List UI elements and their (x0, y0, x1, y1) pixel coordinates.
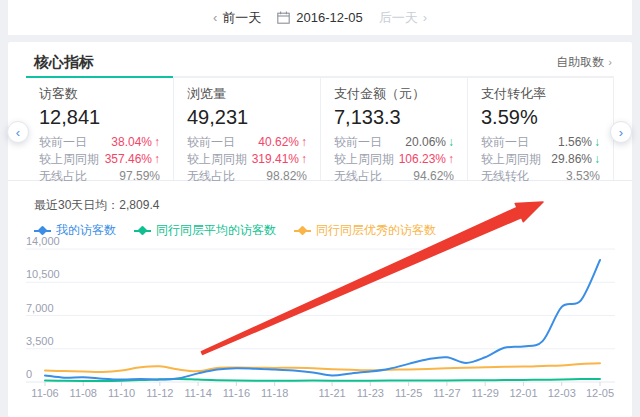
chevron-right-icon: › (423, 11, 427, 24)
compare-row: 较前一日 20.06%↓ (334, 134, 454, 151)
trend-arrow-icon: ↑ (301, 134, 307, 151)
legend-label: 同行同层优秀的访客数 (316, 222, 436, 239)
card-label: 支付金额（元） (334, 86, 454, 102)
legend-item-peer-excellent[interactable]: 同行同层优秀的访客数 (294, 222, 436, 239)
date-picker[interactable]: 2016-12-05 (277, 10, 363, 25)
trend-arrow-icon: ↓ (594, 134, 600, 151)
card-value: 49,231 (187, 105, 307, 129)
calendar-icon (277, 11, 290, 24)
card-label: 浏览量 (187, 86, 307, 102)
legend-label: 同行同层平均的访客数 (156, 222, 276, 239)
carousel-prev-button[interactable]: ‹ (7, 121, 29, 143)
metric-card-visitors[interactable]: 访客数 12,841 较前一日 38.04%↑ 较上周同期 357.46%↑ 无… (26, 76, 173, 180)
self-service-link[interactable]: 自助取数 › (556, 54, 612, 71)
next-day-label: 后一天 (379, 9, 418, 27)
compare-row: 无线占比 97.59% (39, 168, 160, 185)
date-display: 2016-12-05 (296, 10, 363, 25)
trend-arrow-icon: ↓ (448, 134, 454, 151)
trend-chart-title: 最近30天日均：2,809.4 (34, 197, 632, 214)
legend-line-diamond-icon (134, 226, 151, 235)
trend-arrow-icon: ↑ (301, 151, 307, 168)
compare-row: 较上周同期 319.41%↑ (187, 151, 307, 168)
card-label: 访客数 (39, 86, 160, 102)
trend-arrow-icon: ↑ (154, 134, 160, 151)
compare-row: 无线转化 3.53% (481, 168, 600, 185)
compare-row: 较上周同期 357.46%↑ (39, 151, 160, 168)
legend-line-diamond-icon (34, 226, 51, 235)
date-navigation-bar: ‹ 前一天 2016-12-05 后一天 › (8, 0, 632, 35)
carousel-next-button[interactable]: › (610, 121, 632, 143)
chevron-left-icon: ‹ (213, 11, 217, 24)
compare-row: 无线占比 98.82% (187, 168, 307, 185)
compare-row: 较上周同期 29.86%↓ (481, 151, 600, 168)
next-day-button[interactable]: 后一天 › (379, 9, 427, 27)
panel-title: 核心指标 (34, 53, 94, 72)
metric-card-conversion-rate[interactable]: 支付转化率 3.59% 较前一日 1.56%↓ 较上周同期 29.86%↓ 无线… (467, 76, 614, 180)
core-metrics-panel: 核心指标 自助取数 › 访客数 12,841 较前一日 38.04%↑ 较上周同… (8, 42, 632, 417)
prev-day-label: 前一天 (222, 9, 261, 27)
compare-row: 较上周同期 106.23%↑ (334, 151, 454, 168)
chevron-right-icon: › (619, 125, 623, 140)
card-value: 3.59% (481, 105, 600, 129)
trend-arrow-icon: ↑ (448, 151, 454, 168)
panel-header: 核心指标 自助取数 › (8, 42, 632, 76)
self-service-label: 自助取数 (556, 54, 604, 71)
compare-row: 较前一日 40.62%↑ (187, 134, 307, 151)
legend-item-peer-average[interactable]: 同行同层平均的访客数 (134, 222, 276, 239)
prev-day-button[interactable]: ‹ 前一天 (213, 9, 261, 27)
metric-cards-row: 访客数 12,841 较前一日 38.04%↑ 较上周同期 357.46%↑ 无… (8, 76, 632, 181)
chart-legend: 我的访客数 同行同层平均的访客数 同行同层优秀的访客数 (34, 222, 632, 239)
card-value: 7,133.3 (334, 105, 454, 129)
chevron-left-icon: ‹ (16, 125, 20, 140)
trend-arrow-icon: ↑ (154, 151, 160, 168)
card-label: 支付转化率 (481, 86, 600, 102)
legend-label: 我的访客数 (56, 222, 116, 239)
chevron-right-icon: › (608, 56, 612, 68)
metric-card-pageviews[interactable]: 浏览量 49,231 较前一日 40.62%↑ 较上周同期 319.41%↑ 无… (173, 76, 320, 180)
legend-item-my-visitors[interactable]: 我的访客数 (34, 222, 116, 239)
compare-row: 无线占比 94.62% (334, 168, 454, 185)
legend-line-diamond-icon (294, 226, 311, 235)
trend-arrow-icon: ↓ (594, 151, 600, 168)
compare-row: 较前一日 38.04%↑ (39, 134, 160, 151)
compare-row: 较前一日 1.56%↓ (481, 134, 600, 151)
metric-card-payment-amount[interactable]: 支付金额（元） 7,133.3 较前一日 20.06%↓ 较上周同期 106.2… (320, 76, 467, 180)
card-value: 12,841 (39, 105, 160, 129)
